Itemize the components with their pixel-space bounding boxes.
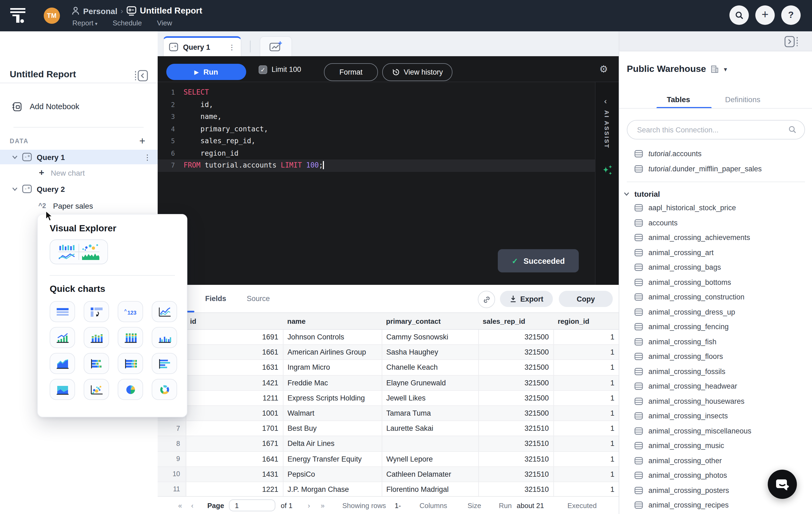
schema-table-animal_crossing_other[interactable]: animal_crossing_other	[619, 453, 812, 468]
help-button[interactable]: ?	[781, 5, 801, 25]
tab-fields[interactable]: Fields	[205, 295, 226, 303]
menu-view[interactable]: View	[157, 19, 172, 27]
schema-table-animal_crossing_construction[interactable]: animal_crossing_construction	[619, 290, 812, 304]
new-button[interactable]: +	[755, 5, 775, 25]
avatar[interactable]: TM	[44, 7, 60, 24]
quick-chart-stacked-area-100-button[interactable]	[50, 379, 75, 400]
tab-kebab-icon[interactable]: ⋮	[228, 43, 235, 51]
sql-editor[interactable]: 1SELECT2 id,3 name,4 primary_contact,5 s…	[158, 82, 619, 285]
add-notebook-button[interactable]: Add Notebook	[0, 98, 158, 115]
menu-schedule[interactable]: Schedule	[113, 19, 142, 27]
first-page-button[interactable]: «	[178, 502, 182, 510]
quick-chart-donut-button[interactable]	[152, 379, 177, 400]
quick-chart-pivot-table-button[interactable]	[84, 301, 109, 322]
quick-chart-line-button[interactable]	[152, 301, 177, 322]
kebab-menu-icon[interactable]: ⋮	[144, 153, 151, 161]
schema-header[interactable]: tutorial	[619, 187, 812, 200]
code-line-5[interactable]: 5 sales_rep_id,	[158, 135, 595, 147]
schema-table-animal_crossing_recipes[interactable]: animal_crossing_recipes	[619, 498, 812, 513]
chevron-left-icon[interactable]: ‹	[604, 96, 607, 105]
code-line-4[interactable]: 4 primary_contact,	[158, 123, 595, 135]
schema-table-aapl_historical_stock_price[interactable]: aapl_historical_stock_price	[619, 200, 812, 215]
quick-chart-grouped-column-button[interactable]	[152, 327, 177, 348]
sidebar-item-new-chart-1[interactable]: + New chart	[0, 165, 158, 180]
schema-table-animal_crossing_bags[interactable]: animal_crossing_bags	[619, 260, 812, 275]
schema-table-animal_crossing_headwear[interactable]: animal_crossing_headwear	[619, 379, 812, 394]
code-area[interactable]: 1SELECT2 id,3 name,4 primary_contact,5 s…	[158, 86, 595, 171]
ai-assist-strip[interactable]: ‹ AI ASSIST	[595, 82, 619, 285]
tab-definitions[interactable]: Definitions	[725, 95, 760, 104]
tab-source[interactable]: Source	[247, 295, 270, 303]
schema-table-animal_crossing_fossils[interactable]: animal_crossing_fossils	[619, 364, 812, 379]
breadcrumb-workspace[interactable]: Personal	[83, 6, 117, 16]
copy-button[interactable]: Copy	[559, 291, 613, 307]
format-button[interactable]: Format	[324, 63, 378, 81]
settings-gear-icon[interactable]: ⚙	[599, 63, 608, 75]
schema-table-animal_crossing_fish[interactable]: animal_crossing_fish	[619, 334, 812, 349]
quick-chart-stacked-bar-button[interactable]	[84, 353, 109, 374]
view-history-button[interactable]: View history	[382, 63, 453, 81]
export-button[interactable]: Export	[500, 291, 553, 307]
column-header-id[interactable]: id	[186, 313, 283, 329]
sidebar-item-query1[interactable]: -* Query 1 ⋮	[0, 150, 158, 164]
quick-chart-bar-button[interactable]	[152, 353, 177, 374]
chevron-down-icon[interactable]	[12, 187, 18, 191]
run-button[interactable]: ▶Run	[166, 64, 246, 80]
quick-chart-stacked-column-100-button[interactable]	[118, 327, 143, 348]
link-button[interactable]	[478, 291, 495, 308]
column-header-name[interactable]: name	[283, 313, 382, 329]
schema-table-animal_crossing_floors[interactable]: animal_crossing_floors	[619, 349, 812, 364]
breadcrumb-report-title[interactable]: Untitled Report	[140, 6, 202, 16]
schema-table-animal_crossing_bottoms[interactable]: animal_crossing_bottoms	[619, 275, 812, 290]
page-input[interactable]	[229, 499, 276, 511]
connection-search[interactable]	[627, 120, 805, 139]
column-header-sales_rep_id[interactable]: sales_rep_id	[478, 313, 553, 329]
chevron-down-icon[interactable]	[12, 155, 18, 159]
chat-launcher-button[interactable]	[768, 470, 797, 499]
schema-table-animal_crossing_music[interactable]: animal_crossing_music	[619, 438, 812, 453]
quick-chart-stacked-column-button[interactable]	[84, 327, 109, 348]
collapse-sidebar-button[interactable]	[134, 69, 149, 82]
recent-table-dunder_mifflin_paper_sales[interactable]: tutorial.dunder_mifflin_paper_sales	[619, 161, 812, 176]
connection-name[interactable]: Public Warehouse ▼	[627, 64, 728, 75]
quick-chart-area-button[interactable]	[50, 353, 75, 374]
schema-table-accounts[interactable]: accounts	[619, 215, 812, 230]
schema-table-animal_crossing_miscellaneous[interactable]: animal_crossing_miscellaneous	[619, 424, 812, 438]
schema-table-animal_crossing_dress_up[interactable]: animal_crossing_dress_up	[619, 304, 812, 319]
code-line-1[interactable]: 1SELECT	[158, 86, 595, 99]
schema-table-animal_crossing_achievements[interactable]: animal_crossing_achievements	[619, 230, 812, 245]
quick-chart-table-button[interactable]	[50, 301, 75, 322]
connection-search-input[interactable]	[636, 125, 784, 134]
schema-table-animal_crossing_housewares[interactable]: animal_crossing_housewares	[619, 394, 812, 409]
schema-table-animal_crossing_insects[interactable]: animal_crossing_insects	[619, 409, 812, 424]
next-page-button[interactable]: ›	[308, 502, 310, 510]
sidebar-item-query2[interactable]: -* Query 2	[0, 182, 158, 196]
schema-table-animal_crossing_fencing[interactable]: animal_crossing_fencing	[619, 319, 812, 334]
quick-chart-stacked-bar-100-button[interactable]	[118, 353, 143, 374]
code-line-2[interactable]: 2 id,	[158, 99, 595, 111]
code-line-3[interactable]: 3 name,	[158, 111, 595, 123]
tab-query1[interactable]: -* Query 1 ⋮	[163, 36, 241, 56]
column-header-region_id[interactable]: region_id	[553, 313, 619, 329]
last-page-button[interactable]: »	[321, 502, 324, 510]
tab-tables[interactable]: Tables	[667, 95, 690, 104]
quick-chart-line-bar-button[interactable]	[50, 327, 75, 348]
schema-table-animal_crossing_art[interactable]: animal_crossing_art	[619, 245, 812, 260]
quick-chart-big-number-button[interactable]: ^123	[118, 301, 143, 322]
code-line-6[interactable]: 6 region_id	[158, 147, 595, 159]
prev-page-button[interactable]: ‹	[191, 502, 194, 510]
search-button[interactable]	[729, 5, 749, 25]
visual-explorer-button[interactable]	[50, 239, 108, 264]
mode-logo-icon[interactable]	[10, 8, 26, 23]
quick-chart-pie-button[interactable]	[118, 379, 143, 400]
collapse-connection-panel-button[interactable]	[783, 35, 800, 48]
add-data-button[interactable]: +	[139, 135, 145, 147]
column-header-primary_contact[interactable]: primary_contact	[382, 313, 478, 329]
quick-chart-scatter-button[interactable]	[84, 379, 109, 400]
sidebar-item-paper-sales[interactable]: ^2 Paper sales	[0, 198, 158, 213]
code-line-7[interactable]: 7FROM tutorial.accounts LIMIT 100;	[158, 159, 595, 171]
new-chart-tab-button[interactable]: +	[260, 36, 292, 56]
menu-report[interactable]: Report▾	[72, 19, 97, 27]
limit-checkbox[interactable]: ✓	[259, 65, 267, 74]
recent-table-accounts[interactable]: tutorial.accounts	[619, 146, 812, 161]
